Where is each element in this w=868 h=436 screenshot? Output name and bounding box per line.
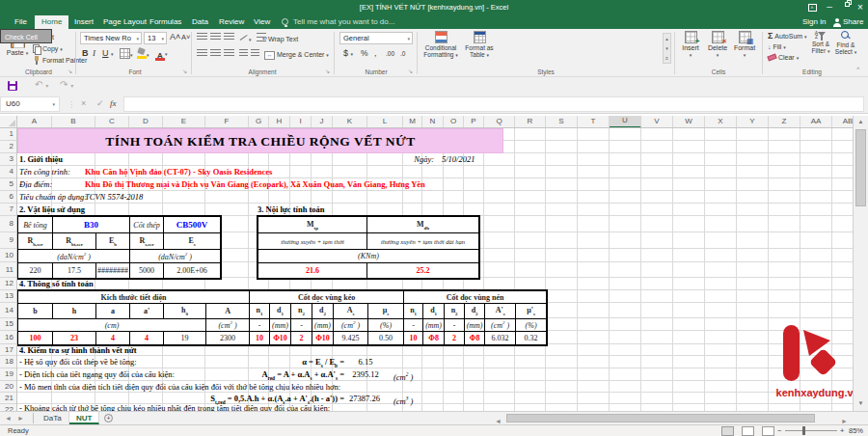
table-cell[interactable]: Mdh xyxy=(367,217,479,233)
table-cell[interactable]: a xyxy=(96,304,130,319)
sheet-nav-right-icon[interactable]: ► xyxy=(17,412,24,424)
row-header[interactable]: 9 xyxy=(0,232,16,249)
find-select-button[interactable]: Find &Select ▾ xyxy=(833,31,858,56)
increase-decimal-button[interactable]: .00 xyxy=(386,48,394,59)
table-cell[interactable]: - xyxy=(445,319,465,332)
tab-review[interactable]: Review xyxy=(212,15,251,29)
table-cell[interactable]: (mm) xyxy=(312,319,334,332)
sort-filter-button[interactable]: AZ Sort &Filter ▾ xyxy=(808,31,833,55)
column-header[interactable]: S xyxy=(546,116,578,128)
table-cell[interactable]: d2 xyxy=(465,304,485,319)
align-center-button[interactable] xyxy=(210,49,221,60)
table-cell[interactable]: Eb xyxy=(96,233,130,250)
column-header[interactable]: AA xyxy=(800,116,832,128)
align-bottom-button[interactable] xyxy=(224,33,234,43)
bold-button[interactable]: B xyxy=(82,48,89,59)
table-cell[interactable]: A xyxy=(206,304,250,319)
column-header[interactable]: C xyxy=(95,116,129,128)
minimize-icon[interactable]: ─ xyxy=(822,0,837,15)
font-color-button[interactable]: A▾ xyxy=(155,48,168,59)
column-header[interactable]: Z xyxy=(769,116,800,128)
row-header[interactable]: 2 xyxy=(0,141,16,153)
table-cell[interactable]: (cm2 ) xyxy=(334,319,368,332)
table-cell[interactable]: 17.5 xyxy=(53,263,96,279)
orientation-button[interactable]: ▾ xyxy=(239,33,252,43)
table-cell[interactable]: 10 xyxy=(250,332,270,345)
table-cell[interactable]: 4 xyxy=(96,332,130,345)
enter-entry-icon[interactable]: ✓ xyxy=(96,98,104,108)
table-cell[interactable]: (mm) xyxy=(270,319,291,332)
number-dialog-launcher[interactable]: ↘ xyxy=(408,68,413,74)
borders-button[interactable]: ▾ xyxy=(120,48,133,59)
select-all-corner[interactable] xyxy=(0,116,17,128)
row-header[interactable]: 19 xyxy=(0,368,16,381)
share-button[interactable]: Share xyxy=(843,15,863,29)
fill-color-button[interactable]: ▾ xyxy=(137,48,149,59)
table-cell[interactable]: 5000 xyxy=(130,263,164,279)
ribbon-display-options-icon[interactable]: ˄ xyxy=(804,0,820,15)
row-header[interactable]: 4 xyxy=(0,166,16,178)
clipboard-dialog-launcher[interactable]: ↘ xyxy=(68,68,72,74)
table-cell[interactable]: (daN/cm2 ) xyxy=(130,250,221,263)
table-cell[interactable]: Bê tông xyxy=(18,217,53,233)
sheet-nav-left-icon[interactable]: ◄ xyxy=(5,412,12,424)
accounting-format-button[interactable]: $ ▾ xyxy=(343,48,353,59)
table-cell[interactable]: h0 xyxy=(164,304,206,319)
table-cell[interactable]: 6.032 xyxy=(485,332,516,345)
table-cell[interactable]: 19 xyxy=(164,332,206,345)
delete-cells-button[interactable]: × Delete▾ xyxy=(705,31,730,58)
copy-button[interactable]: Copy ▾ xyxy=(33,43,63,54)
underline-button[interactable]: U xyxy=(102,48,109,59)
column-header[interactable]: D xyxy=(129,116,163,128)
clear-button[interactable]: Clear ▾ xyxy=(768,52,799,63)
zoom-level[interactable]: 85% xyxy=(849,426,863,435)
table-cell[interactable]: 23 xyxy=(53,332,96,345)
table-cell[interactable]: 2 xyxy=(445,332,465,345)
table-cell[interactable]: n2 xyxy=(445,304,465,319)
conditional-formatting-button[interactable]: ConditionalFormatting ▾ xyxy=(421,31,460,59)
name-box[interactable]: U60▾ xyxy=(0,96,60,112)
row-header[interactable]: 10 xyxy=(0,249,16,262)
page-break-view-icon[interactable] xyxy=(762,426,774,436)
table-cell[interactable]: 100 xyxy=(18,332,53,345)
table-cell[interactable]: CB500V xyxy=(164,217,221,233)
vertical-scrollbar[interactable]: ▲ ▼ xyxy=(853,116,868,411)
autosum-button[interactable]: Σ AutoSum ▾ xyxy=(768,31,807,41)
sign-in-link[interactable]: Sign in xyxy=(802,15,826,29)
format-painter-button[interactable]: Format Painter xyxy=(33,55,87,66)
table-cell[interactable]: (KNm) xyxy=(258,250,479,263)
new-sheet-icon[interactable]: + xyxy=(104,414,113,422)
table-cell[interactable]: 21.6 xyxy=(258,263,367,279)
row-header[interactable]: 15 xyxy=(0,318,16,331)
row-header[interactable]: 22 xyxy=(0,404,16,411)
percent-style-button[interactable]: % xyxy=(361,48,368,59)
column-header[interactable]: V xyxy=(641,116,673,128)
column-header[interactable]: E xyxy=(163,116,205,128)
table-cell[interactable]: 0.50 xyxy=(368,332,404,345)
underline-dropdown[interactable]: ▾ xyxy=(111,48,114,59)
italic-button[interactable]: I xyxy=(93,48,95,59)
column-header[interactable]: X xyxy=(705,116,737,128)
sheet-tab-nut[interactable]: NUT xyxy=(69,412,99,424)
sheet-grid[interactable]: TÍNH TOÁN KIỂM TRA CHIỀU RỘNG VẾT NỨT 1.… xyxy=(17,128,853,411)
align-left-button[interactable] xyxy=(197,49,207,60)
zoom-slider-thumb[interactable] xyxy=(802,426,805,435)
row-header[interactable]: 7 xyxy=(0,204,16,216)
insert-function-icon[interactable]: fx xyxy=(110,98,117,108)
tab-insert[interactable]: Insert xyxy=(68,15,100,29)
table-cell[interactable]: 10 xyxy=(404,332,423,345)
table-cell[interactable]: (%) xyxy=(516,319,547,332)
table-cell[interactable]: (%) xyxy=(368,319,404,332)
table-cell[interactable]: Mtp xyxy=(258,217,367,233)
table-cell[interactable]: 2300 xyxy=(206,332,250,345)
column-header[interactable]: T xyxy=(578,116,610,128)
format-as-table-button[interactable]: Format asTable ▾ xyxy=(462,31,497,59)
table-cell[interactable]: (cm) xyxy=(18,319,206,332)
table-cell[interactable]: Es xyxy=(164,233,221,250)
table-cell[interactable]: d2 xyxy=(312,304,334,319)
column-header[interactable]: K xyxy=(333,116,367,128)
tab-data[interactable]: Data xyxy=(185,15,215,29)
cancel-entry-icon[interactable]: × xyxy=(81,98,86,108)
table-cell[interactable]: d1 xyxy=(270,304,291,319)
row-header[interactable]: 5 xyxy=(0,178,16,191)
